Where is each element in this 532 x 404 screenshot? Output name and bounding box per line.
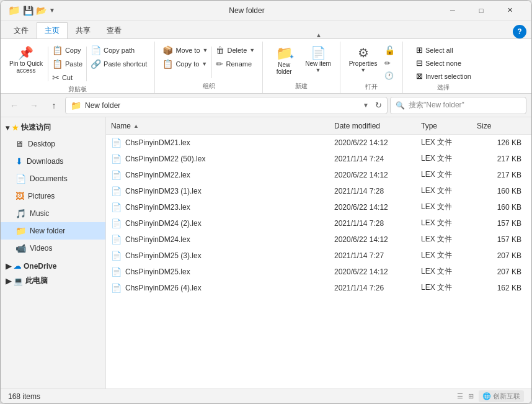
file-type-icon: 📄 [111,138,122,148]
invert-selection-button[interactable]: ⊠ Invert selection [414,70,474,82]
file-date: 2021/1/14 7:26 [334,284,421,292]
sidebar-item-videos[interactable]: 📹 Videos [1,240,105,257]
table-row[interactable]: 📄 ChsPinyinDM24 (2).lex 2021/1/14 7:28 L… [106,215,531,231]
select-all-button[interactable]: ⊞ Select all [414,44,456,56]
sidebar-item-documents[interactable]: 📄 Documents 📌 [1,170,105,187]
table-row[interactable]: 📄 ChsPinyinDM22.lex 2020/6/22 14:12 LEX … [106,167,531,183]
open-content: ⚙ Properties ▼ 🔓 ✏ 🕐 [345,44,398,81]
clipboard-content: 📌 Pin to Quick access 📋 Copy 📋 Paste [6,44,149,84]
rename-icon: ✏ [216,59,223,69]
new-folder-button[interactable]: 📁 + New folder [268,44,300,78]
dropdown-arrow-icon[interactable]: ▼ [49,7,55,14]
select-none-icon: ⊟ [416,58,423,68]
select-content: ⊞ Select all ⊟ Select none ⊠ Invert sele… [414,44,474,82]
file-date: 2021/1/14 7:27 [334,251,421,260]
history-button[interactable]: 🕐 [382,70,397,81]
select-group-label: 选择 [437,82,450,94]
open-group-label: 打开 [365,81,378,94]
copy-path-button[interactable]: 📄 Copy path [88,44,149,56]
quick-access-header[interactable]: ▾ ★ 快速访问 [1,120,105,135]
table-row[interactable]: 📄 ChsPinyinDM22 (50).lex 2021/1/14 7:24 … [106,151,531,167]
tab-view[interactable]: 查看 [99,22,130,38]
copy-button[interactable]: 📋 Copy [50,44,85,56]
window: 📁 💾 📂 ▼ New folder ─ □ ✕ 文件 主页 共享 查看 ▲ ?… [0,0,532,404]
paste-shortcut-button[interactable]: 🔗 Paste shortcut [88,58,149,70]
onedrive-header[interactable]: ▶ ☁ OneDrive [1,259,105,273]
delete-button[interactable]: 🗑 Delete ▼ [213,44,257,56]
quick-access-star-icon: ★ [12,123,19,132]
tab-home[interactable]: 主页 [37,22,68,38]
copy-to-button[interactable]: 📋 Copy to ▼ [160,58,210,70]
table-row[interactable]: 📄 ChsPinyinDM21.lex 2020/6/22 14:12 LEX … [106,135,531,151]
pin-to-quick-access-button[interactable]: 📌 Pin to Quick access [6,44,47,76]
maximize-button[interactable]: □ [467,1,495,20]
ribbon-tabs: 文件 主页 共享 查看 ▲ ? [1,20,531,39]
ribbon-group-select: ⊞ Select all ⊟ Select none ⊠ Invert sele… [403,42,484,93]
file-type-icon: 📄 [111,154,122,164]
edit-button[interactable]: ✏ [382,58,397,69]
address-bar[interactable]: 📁 New folder ▼ ↻ [65,97,388,114]
table-row[interactable]: 📄 ChsPinyinDM23.lex 2020/6/22 14:12 LEX … [106,199,531,215]
view-list-icon[interactable]: ☰ [457,392,463,400]
file-name: ChsPinyinDM24.lex [125,235,334,244]
file-list[interactable]: 📄 ChsPinyinDM21.lex 2020/6/22 14:12 LEX … [106,135,531,388]
cut-button[interactable]: ✂ Cut [50,71,85,84]
file-type: LEX 文件 [421,137,477,148]
back-button[interactable]: ← [6,97,23,114]
tab-share[interactable]: 共享 [68,22,99,38]
invert-selection-icon: ⊠ [416,71,423,81]
onedrive-label: OneDrive [24,262,56,271]
table-row[interactable]: 📄 ChsPinyinDM24.lex 2020/6/22 14:12 LEX … [106,231,531,248]
sidebar-item-music[interactable]: 🎵 Music [1,205,105,222]
ribbon-collapse-chevron[interactable]: ▲ [316,32,322,38]
this-pc-header[interactable]: ▶ 💻 此电脑 [1,273,105,289]
col-header-name[interactable]: Name ▲ [111,122,334,130]
quick-access-label: 快速访问 [21,122,51,133]
sidebar-item-new-folder[interactable]: 📁 New folder [1,222,105,240]
properties-arrow: ▼ [360,67,366,73]
sidebar-item-label-videos: Videos [30,244,52,253]
col-header-type[interactable]: Type [421,122,477,130]
paste-button[interactable]: 📋 Paste [50,58,85,70]
col-header-date[interactable]: Date modified [334,122,421,130]
refresh-button[interactable]: ↻ [375,101,382,110]
file-size: 217 KB [477,155,526,163]
organize-col1: 📦 Move to ▼ 📋 Copy to ▼ [160,44,210,70]
file-name: ChsPinyinDM22.lex [125,171,334,179]
new-item-button[interactable]: 📄 New item ▼ [301,44,335,76]
table-row[interactable]: 📄 ChsPinyinDM25.lex 2020/6/22 14:12 LEX … [106,264,531,280]
help-button[interactable]: ? [513,25,526,38]
view-grid-icon[interactable]: ⊞ [468,392,474,400]
file-date: 2021/1/14 7:28 [334,219,421,228]
select-all-icon: ⊞ [416,45,423,55]
table-row[interactable]: 📄 ChsPinyinDM23 (1).lex 2021/1/14 7:28 L… [106,183,531,199]
sidebar-item-desktop[interactable]: 🖥 Desktop 📌 [1,135,105,153]
select-none-label: Select none [425,60,461,67]
sidebar-item-pictures[interactable]: 🖼 Pictures 📌 [1,187,105,205]
select-none-button[interactable]: ⊟ Select none [414,57,464,69]
sep2 [86,47,87,81]
forward-button[interactable]: → [25,97,43,114]
open-button[interactable]: 🔓 [382,44,397,56]
watermark-logo: 🌐 [482,392,491,400]
ribbon-group-open: ⚙ Properties ▼ 🔓 ✏ 🕐 打开 [340,42,404,93]
move-to-button[interactable]: 📦 Move to ▼ [160,44,210,56]
file-type: LEX 文件 [421,234,477,245]
up-button[interactable]: ↑ [45,97,63,114]
file-type-icon: 📄 [111,267,122,277]
status-right: ☰ ⊞ 🌐 创新互联 [457,390,524,402]
close-button[interactable]: ✕ [495,1,524,20]
col-header-size[interactable]: Size [477,122,526,130]
rename-button[interactable]: ✏ Rename [213,58,257,70]
address-dropdown-chevron[interactable]: ▼ [363,102,369,109]
properties-button[interactable]: ⚙ Properties ▼ [345,44,381,76]
file-type: LEX 文件 [421,266,477,277]
table-row[interactable]: 📄 ChsPinyinDM25 (3).lex 2021/1/14 7:27 L… [106,248,531,264]
search-placeholder: 搜索"New folder" [409,100,521,110]
minimize-button[interactable]: ─ [438,1,467,20]
table-row[interactable]: 📄 ChsPinyinDM26 (4).lex 2021/1/14 7:26 L… [106,280,531,296]
file-size: 207 KB [477,251,526,260]
sidebar-item-downloads[interactable]: ⬇ Downloads 📌 [1,153,105,170]
tab-file[interactable]: 文件 [6,22,37,38]
search-bar[interactable]: 🔍 搜索"New folder" [390,97,526,114]
